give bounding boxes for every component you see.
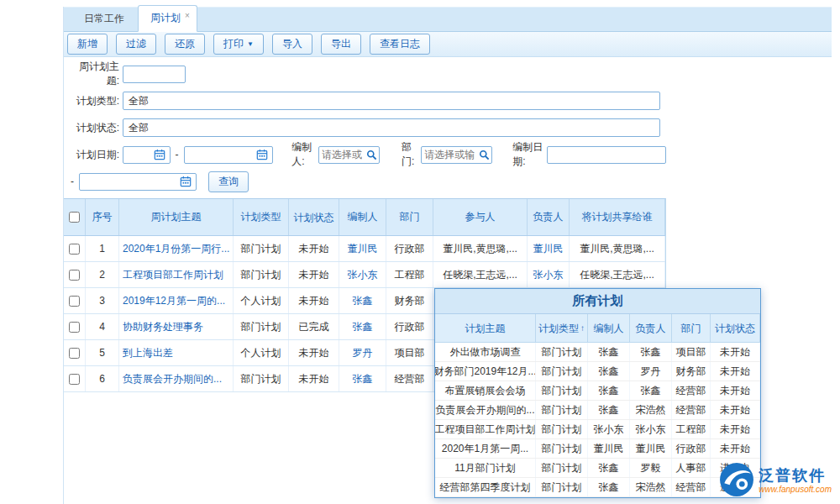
dialog-row[interactable]: 11月部门计划 部门计划 张鑫 罗毅 人事部 进行中 <box>435 459 760 478</box>
tab-weekly-plan[interactable]: 周计划× <box>138 5 197 32</box>
status-select[interactable]: 全部 <box>123 118 660 137</box>
import-button[interactable]: 导入 <box>272 34 312 55</box>
type-select[interactable]: 全部 <box>123 92 660 110</box>
plan-date-end-input[interactable] <box>184 146 274 164</box>
cell-owner-link[interactable]: 董川民 <box>528 236 570 261</box>
add-button[interactable]: 新增 <box>67 34 108 55</box>
page: 日常工作 周计划× 新增 过滤 还原 打印▼ 导入 导出 查看日志 周计划主题:… <box>0 0 840 504</box>
dialog-row[interactable]: 经营部第四季度计划 部门计划 张鑫 宋浩然 经营部 进行中 <box>435 478 760 497</box>
dialog-cell-subject: 11月部门计划 <box>435 459 536 477</box>
header-share[interactable]: 将计划共享给谁 <box>570 199 665 235</box>
row-checkbox-cell <box>64 262 86 287</box>
cell-compiler-link[interactable]: 董川民 <box>339 236 386 261</box>
row-checkbox[interactable] <box>69 244 80 255</box>
dialog-row[interactable]: 财务部门2019年12月... 部门计划 张鑫 罗丹 财务部 未开始 <box>435 362 760 381</box>
cell-subject-link[interactable]: 2019年12月第一周的... <box>119 288 234 313</box>
cell-subject-link[interactable]: 负责展会开办期间的... <box>119 366 234 391</box>
header-seq[interactable]: 序号 <box>86 199 119 235</box>
dept-input[interactable] <box>422 148 477 162</box>
restore-button[interactable]: 还原 <box>165 34 205 55</box>
calendar-icon[interactable] <box>152 149 167 160</box>
row-checkbox[interactable] <box>69 296 80 307</box>
filter-button[interactable]: 过滤 <box>116 34 156 55</box>
row-checkbox-cell <box>64 236 86 261</box>
cell-subject-link[interactable]: 到上海出差 <box>119 340 234 365</box>
dialog-cell-subject: 布置展销展会会场 <box>435 381 536 400</box>
row-checkbox[interactable] <box>69 374 80 385</box>
calendar-icon[interactable] <box>178 176 193 187</box>
dialog-cell-status: 未开始 <box>711 420 760 438</box>
cell-compiler-link[interactable]: 罗丹 <box>339 340 386 365</box>
dialog-cell-compiler: 张鑫 <box>588 459 630 477</box>
header-compiler[interactable]: 编制人 <box>339 199 386 235</box>
cell-seq: 4 <box>86 314 119 339</box>
dialog-row[interactable]: 2020年1月第一周... 部门计划 董川民 董川民 行政部 未开始 <box>435 439 760 459</box>
header-owner[interactable]: 负责人 <box>528 199 570 235</box>
print-button-label: 打印 <box>223 37 244 51</box>
dialog-row[interactable]: 工程项目部工作周计划 部门计划 张小东 张小东 工程部 未开始 <box>435 420 760 439</box>
calendar-icon[interactable] <box>255 149 270 160</box>
cell-seq: 1 <box>86 236 119 261</box>
row-checkbox[interactable] <box>69 348 80 359</box>
subject-input[interactable] <box>123 66 186 83</box>
filter-form: 周计划主题: 计划类型: 全部 计划状态: 全部 计划日期: - <box>64 57 666 195</box>
dialog-cell-type: 部门计划 <box>536 439 588 458</box>
header-status[interactable]: 计划状态 <box>289 199 339 235</box>
header-dept[interactable]: 部门 <box>386 199 433 235</box>
compile-date-start-input[interactable] <box>547 146 666 164</box>
dialog-row[interactable]: 布置展销展会会场 部门计划 张鑫 张鑫 经营部 未开始 <box>435 381 760 401</box>
cell-owner-link[interactable]: 张小东 <box>528 262 570 287</box>
row-checkbox[interactable] <box>69 322 80 333</box>
cell-share: 任晓渠,王志远,... <box>570 262 665 287</box>
search-icon[interactable] <box>365 150 379 160</box>
compiler-input[interactable] <box>319 148 365 162</box>
cell-dept: 工程部 <box>386 262 433 287</box>
dialog-cell-subject: 经营部第四季度计划 <box>435 478 536 496</box>
query-button[interactable]: 查询 <box>208 171 249 192</box>
cell-compiler-link[interactable]: 张小东 <box>339 262 386 287</box>
dialog-table-body: 外出做市场调查 部门计划 张鑫 张鑫 项目部 未开始 财务部门2019年12月.… <box>435 343 760 497</box>
cell-compiler-link[interactable]: 张鑫 <box>339 366 386 391</box>
tab-close-icon[interactable]: × <box>185 11 190 20</box>
dialog-header-type[interactable]: 计划类型↑ <box>536 314 588 342</box>
dialog-cell-status: 未开始 <box>711 401 760 419</box>
add-button-label: 新增 <box>77 37 97 51</box>
tab-daily-work[interactable]: 日常工作 <box>71 7 138 31</box>
brand-logo: 泛普软件 www.fanpusoft.com <box>719 462 832 500</box>
dialog-cell-owner: 张小东 <box>630 420 672 438</box>
dialog-row[interactable]: 外出做市场调查 部门计划 张鑫 张鑫 项目部 未开始 <box>435 343 760 362</box>
type-select-value: 全部 <box>129 94 149 108</box>
compile-date-end-input[interactable] <box>79 173 197 191</box>
header-type[interactable]: 计划类型 <box>234 199 289 235</box>
cell-compiler-link[interactable]: 张鑫 <box>339 288 386 313</box>
view-log-button[interactable]: 查看日志 <box>370 34 430 55</box>
range-dash: - <box>176 149 179 160</box>
cell-subject-link[interactable]: 工程项目部工作周计划 <box>119 262 234 287</box>
dialog-cell-type: 部门计划 <box>536 478 588 496</box>
dialog-header-compiler[interactable]: 编制人 <box>588 314 630 342</box>
row-checkbox[interactable] <box>69 270 80 281</box>
filter-row-status: 计划状态: 全部 <box>64 114 666 141</box>
cell-subject-link[interactable]: 协助财务处理事务 <box>119 314 234 339</box>
header-participants[interactable]: 参与人 <box>433 199 528 235</box>
cell-share: 董川民,黄思璐,... <box>570 236 665 261</box>
dialog-cell-dept: 工程部 <box>672 420 711 438</box>
dialog-header-dept[interactable]: 部门 <box>672 314 711 342</box>
plan-date-start-input[interactable] <box>123 146 171 164</box>
cell-status: 未开始 <box>289 236 339 261</box>
select-all-checkbox[interactable] <box>69 212 80 223</box>
dialog-cell-subject: 负责展会开办期间的... <box>435 401 536 419</box>
cell-compiler-link[interactable]: 张鑫 <box>339 314 386 339</box>
cell-subject-link[interactable]: 2020年1月份第一周行... <box>119 236 234 261</box>
cell-seq: 3 <box>86 288 119 313</box>
dialog-header-owner[interactable]: 负责人 <box>630 314 672 342</box>
header-subject[interactable]: 周计划主题 <box>119 199 234 235</box>
dialog-header-status[interactable]: 计划状态 <box>711 314 760 342</box>
print-button[interactable]: 打印▼ <box>213 34 264 55</box>
cell-status: 未开始 <box>289 340 339 365</box>
dialog-row[interactable]: 负责展会开办期间的... 部门计划 张鑫 宋浩然 经营部 未开始 <box>435 401 760 420</box>
export-button[interactable]: 导出 <box>321 34 361 55</box>
dialog-cell-owner: 宋浩然 <box>630 401 672 419</box>
search-icon[interactable] <box>477 150 491 160</box>
dialog-header-subject[interactable]: 计划主题 <box>435 314 536 342</box>
